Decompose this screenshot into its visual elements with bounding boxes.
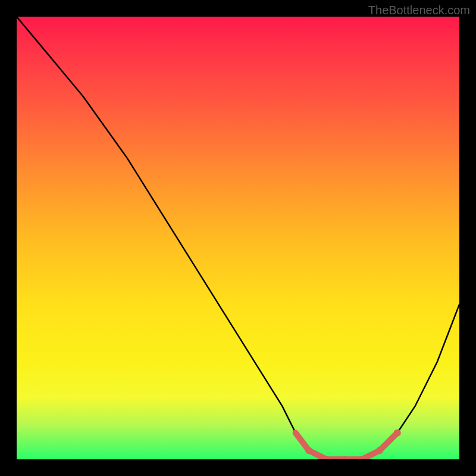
- chart-plot-area: [17, 17, 459, 459]
- watermark-text: TheBottleneck.com: [368, 4, 470, 17]
- bottleneck-curve-path: [17, 17, 459, 459]
- highlight-segment: [296, 433, 397, 459]
- chart-svg: [17, 17, 459, 459]
- highlight-dot: [341, 456, 348, 459]
- highlight-dot: [305, 447, 312, 454]
- highlight-dot: [394, 429, 401, 436]
- highlight-dot: [376, 447, 383, 454]
